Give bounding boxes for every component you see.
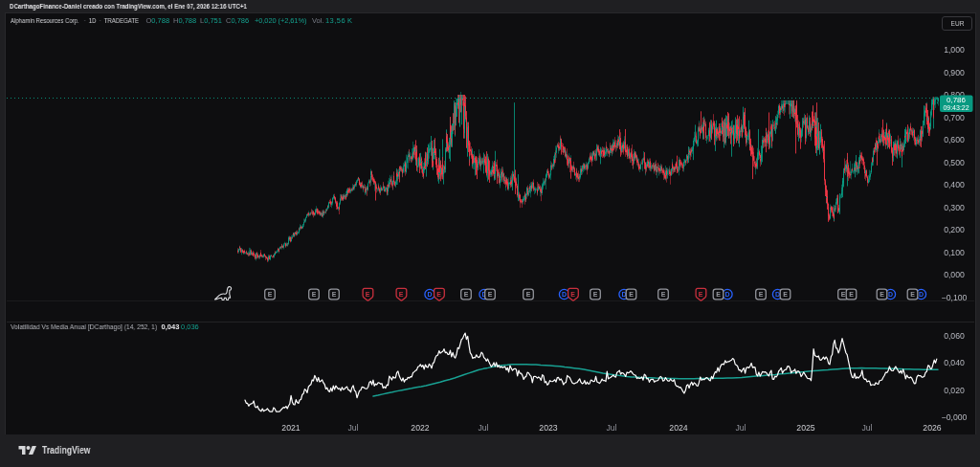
price-axis[interactable]: 1,0000,9000,8000,7000,6000,5000,4000,300… [942, 45, 968, 302]
earnings-miss-marker[interactable]: E [363, 288, 373, 300]
earnings-letter: E [849, 291, 854, 298]
earnings-miss-marker[interactable]: E [696, 288, 706, 300]
price-tick-label: −0,100 [942, 293, 968, 302]
time-tick-label: Jul [735, 423, 746, 433]
close-value: 0,786 [231, 16, 249, 25]
volume-label: Vol. [312, 17, 324, 25]
indicator-tick-label: 0,060 [944, 331, 965, 341]
candle-bodies-up [238, 98, 939, 260]
earnings-miss-marker[interactable]: E [568, 288, 579, 300]
earnings-marker[interactable]: E [461, 289, 472, 300]
earnings-letter: E [759, 291, 764, 298]
tradingview-logo-icon [18, 444, 36, 457]
earnings-marker[interactable]: E [846, 289, 857, 300]
time-tick-label: 2021 [281, 423, 300, 433]
candle-bodies-down [238, 98, 934, 260]
price-tick-label: 0,400 [944, 180, 965, 189]
earnings-marker[interactable]: E [626, 289, 636, 300]
dividend-marker[interactable]: D [723, 289, 732, 299]
indicator-legend: Volatilidad Vs Media Anual [DCarthago] (… [11, 323, 298, 332]
indicator-params: (14, 252, 1) [124, 322, 157, 331]
tradingview-snapshot: {"header":{"title":"DCarthagoFinance-Dan… [0, 0, 980, 467]
candle-long-wicks-down [376, 95, 934, 222]
price-tick-label: 0,500 [944, 158, 965, 167]
earnings-marker[interactable]: E [713, 289, 724, 300]
time-tick-label: 2022 [411, 423, 429, 433]
earnings-marker[interactable]: E [780, 289, 791, 300]
earnings-letter: E [488, 291, 493, 298]
candlesticks[interactable] [238, 92, 939, 262]
indicator-title[interactable]: Volatilidad Vs Media Anual [DCarthago] (… [11, 323, 157, 331]
earnings-letter: E [526, 291, 531, 298]
indicator-tick-label: 0,020 [944, 386, 965, 395]
earnings-marker[interactable]: E [756, 289, 767, 300]
earnings-letter: E [716, 291, 721, 298]
earnings-marker[interactable]: E [877, 289, 887, 300]
volume-value: 13,56 K [325, 17, 352, 25]
dividend-letter: D [427, 291, 432, 298]
dino-icon[interactable] [215, 287, 232, 300]
timeframe[interactable]: 1D [89, 16, 97, 25]
dividend-letter: D [562, 291, 567, 298]
low-group: L0,751 [200, 17, 222, 25]
event-markers: DDDDDDDDEEEEEEEEEEEEEEEEEEEEE [215, 287, 926, 300]
candle-wicks-down [238, 95, 934, 262]
time-tick-label: Jul [606, 423, 616, 433]
footer-bar [0, 434, 980, 467]
earnings-letter: E [880, 291, 884, 298]
change-value: +0,020 (+2,61%) [255, 17, 306, 25]
dividend-letter: D [888, 291, 893, 298]
earnings-letter: E [464, 291, 469, 298]
earnings-marker[interactable]: E [658, 289, 669, 300]
earnings-marker[interactable]: E [523, 289, 534, 300]
candle-wicks-up [238, 92, 939, 261]
earnings-letter: E [399, 291, 404, 298]
high-value: 0,788 [178, 16, 196, 25]
annual-mean-line [373, 365, 938, 396]
earnings-letter: E [629, 291, 634, 298]
time-axis[interactable]: 2021Jul2022Jul2023Jul2024Jul2025Jul2026 [281, 423, 941, 433]
time-tick-label: Jul [347, 423, 358, 433]
price-tick-label: 1,000 [944, 45, 965, 55]
indicator-tick-label: 0,040 [944, 358, 965, 367]
exchange-name: TRADEGATE [104, 16, 139, 25]
time-tick-label: Jul [861, 423, 872, 433]
earnings-miss-marker[interactable]: E [396, 288, 407, 300]
symbol-title[interactable]: Alphamin Resources Corp.·1D·TRADEGATE [11, 17, 139, 25]
earnings-marker[interactable]: E [329, 289, 340, 300]
earnings-letter: E [312, 291, 317, 298]
dividend-marker[interactable]: D [425, 289, 434, 299]
earnings-marker[interactable]: E [907, 289, 918, 300]
currency-toggle-button[interactable]: EUR [942, 16, 972, 31]
earnings-letter: E [783, 291, 788, 298]
earnings-marker[interactable]: E [485, 289, 496, 300]
dividend-letter: D [775, 291, 780, 298]
earnings-letter: E [910, 291, 915, 298]
earnings-marker[interactable]: E [309, 289, 320, 300]
earnings-letter: E [841, 291, 846, 298]
price-tick-label: 0,100 [944, 248, 965, 257]
chart-canvas[interactable]: 1,0000,9000,8000,7000,6000,5000,4000,300… [0, 0, 980, 467]
price-tick-label: 0,900 [944, 68, 965, 78]
earnings-letter: E [661, 291, 666, 298]
dividend-letter: D [919, 291, 924, 298]
indicator-axis[interactable]: 0,0600,0400,020−0,000 [942, 331, 968, 422]
open-group: O0,788 [146, 17, 170, 25]
volatility-line [245, 333, 937, 411]
currency-label: EUR [950, 19, 964, 28]
earnings-marker[interactable]: E [590, 289, 601, 300]
indicator-value: 0,043 [162, 323, 180, 331]
earnings-letter: E [436, 291, 441, 298]
low-value: 0,751 [204, 16, 222, 25]
indicator-tick-label: −0,000 [942, 412, 968, 422]
close-group: C0,786 [226, 17, 249, 25]
price-tick-label: 0,700 [944, 113, 965, 122]
symbol-legend: Alphamin Resources Corp.·1D·TRADEGATE O0… [11, 17, 393, 26]
indicator-ma-value: 0,036 [181, 323, 199, 331]
earnings-marker[interactable]: E [265, 289, 276, 300]
high-group: H0,788 [173, 17, 196, 25]
legend-separator: · [84, 16, 86, 25]
earnings-miss-marker[interactable]: E [434, 288, 445, 300]
earnings-letter: E [570, 291, 575, 298]
time-tick-label: 2023 [539, 423, 557, 433]
